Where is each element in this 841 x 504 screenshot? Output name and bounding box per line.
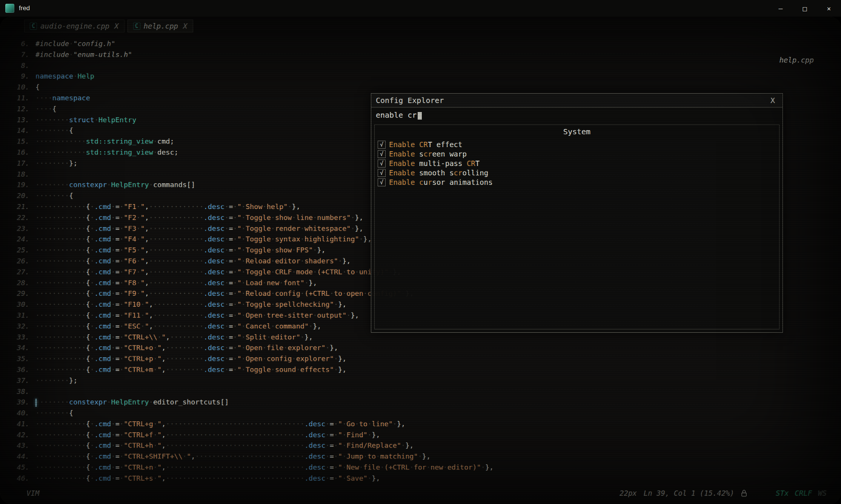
whitespace-dots: ·: [380, 463, 384, 471]
whitespace-dots: ·: [120, 235, 124, 243]
code-token: },: [372, 474, 380, 482]
code-token: std::string_view: [86, 148, 153, 156]
checkbox-checked-icon[interactable]: √: [378, 141, 386, 149]
code-line: 34.············{·.cmd·=·"CTRL+o·",······…: [9, 343, 835, 353]
code-line: 43.············{·.cmd·=·"CTRL+h·",······…: [9, 440, 835, 451]
config-item[interactable]: √Enable cursor animations: [378, 178, 776, 187]
whitespace-dots: ·: [111, 214, 115, 221]
checkbox-checked-icon[interactable]: √: [378, 169, 386, 177]
code-token: Save": [346, 474, 367, 482]
whitespace-dots: ·: [241, 203, 246, 211]
minimize-button[interactable]: —: [769, 0, 793, 17]
code-token: {: [86, 311, 90, 319]
whitespace-dots: ·: [367, 431, 372, 439]
whitespace-dots: ·: [233, 322, 237, 330]
whitespace-dots: ·: [153, 474, 157, 482]
tab-audio-engine-cpp[interactable]: C audio-engine.cpp X: [24, 20, 125, 32]
code-token: =: [115, 366, 120, 373]
config-search-value: enable cr: [376, 111, 417, 120]
code-token: Help: [77, 72, 94, 80]
whitespace-dots: ········: [35, 409, 69, 417]
code-token: .cmd: [94, 452, 111, 460]
code-token: .cmd: [94, 463, 111, 471]
whitespace-dots: ········: [170, 333, 203, 341]
whitespace-dots: ·: [111, 300, 115, 308]
code-token: Toggle: [246, 366, 271, 373]
code-token: .desc: [304, 441, 326, 449]
whitespace-dots: ·: [263, 279, 267, 287]
whitespace-dots: ··························: [195, 452, 304, 460]
code-token: {: [86, 246, 90, 254]
whitespace-dots: ·: [90, 268, 94, 276]
code-token: ": [237, 344, 241, 352]
code-token: namespace: [52, 94, 90, 102]
line-number: 6.: [9, 38, 29, 49]
code-token: ,: [161, 463, 166, 471]
label-text: T effect: [428, 140, 463, 149]
tab-close-icon[interactable]: X: [183, 22, 187, 30]
code-token: .cmd: [94, 366, 111, 373]
whitespace-dots: ············: [35, 355, 86, 363]
code-token: .cmd: [94, 333, 111, 341]
code-token: "CTRL+n: [124, 463, 153, 471]
code-token: {: [86, 224, 90, 232]
code-line: 33.············{·.cmd·=·"CTRL+\\·",·····…: [9, 332, 835, 343]
code-token: Find/Replace": [346, 441, 401, 449]
config-item[interactable]: √Enable multi-pass CRT: [378, 159, 776, 168]
config-item[interactable]: √Enable CRT effect: [378, 140, 776, 149]
whitespace-dots: ············: [35, 474, 86, 482]
code-token: .cmd: [94, 355, 111, 363]
code-token: .desc: [204, 333, 225, 341]
code-token: .desc: [204, 257, 225, 265]
whitespace-dots: ············: [35, 214, 86, 221]
code-token: ,: [145, 289, 149, 297]
whitespace-dots: ·: [241, 333, 246, 341]
close-button[interactable]: ×: [817, 0, 841, 17]
whitespace-dots: ·: [69, 51, 73, 58]
status-flag: CRLF: [795, 489, 812, 497]
label-text: olling: [462, 169, 488, 177]
whitespace-dots: ·: [313, 214, 317, 221]
whitespace-dots: ·: [111, 474, 115, 482]
checkbox-checked-icon[interactable]: √: [378, 178, 386, 186]
config-item[interactable]: √Enable smooth scrolling: [378, 168, 776, 178]
code-token: ,: [145, 203, 149, 211]
cpp-file-icon: C: [30, 22, 37, 30]
code-line: 40.········{: [9, 408, 835, 419]
checkbox-checked-icon[interactable]: √: [378, 160, 386, 167]
whitespace-dots: ·: [90, 452, 94, 460]
config-close-button[interactable]: X: [767, 96, 778, 105]
cursor-position: Ln 39, Col 1 (15.42%): [644, 489, 734, 497]
config-search-input[interactable]: enable cr: [371, 108, 783, 121]
whitespace-dots: ·: [271, 257, 275, 265]
config-item[interactable]: √Enable screen warp: [378, 149, 776, 159]
line-number: 40.: [9, 408, 29, 419]
code-token: {: [86, 300, 90, 308]
whitespace-dots: ·: [224, 322, 229, 330]
whitespace-dots: ·································: [166, 463, 304, 471]
tab-help-cpp[interactable]: C help.cpp X: [128, 20, 193, 32]
whitespace-dots: ·: [90, 224, 94, 232]
whitespace-dots: ·: [292, 246, 296, 254]
whitespace-dots: ·: [224, 203, 229, 211]
whitespace-dots: ············: [35, 235, 86, 243]
whitespace-dots: ············: [35, 148, 86, 156]
line-number: 12.: [9, 104, 29, 115]
whitespace-dots: ·: [271, 366, 275, 373]
code-token: =: [115, 431, 120, 439]
code-token: .desc: [204, 322, 225, 330]
line-number: 41.: [9, 419, 29, 430]
checkbox-checked-icon[interactable]: √: [378, 150, 386, 158]
config-item-label: Enable multi-pass CRT: [389, 159, 480, 167]
whitespace-dots: ····: [35, 94, 52, 102]
tab-close-icon[interactable]: X: [114, 22, 118, 30]
code-token: {: [86, 355, 90, 363]
whitespace-dots: ·: [233, 246, 237, 254]
code-token: =: [229, 235, 233, 243]
maximize-button[interactable]: □: [793, 0, 817, 17]
code-token: =: [229, 300, 233, 308]
whitespace-dots: ·: [376, 452, 380, 460]
whitespace-dots: ·: [111, 289, 115, 297]
whitespace-dots: ·: [224, 355, 229, 363]
whitespace-dots: ·: [233, 224, 237, 232]
